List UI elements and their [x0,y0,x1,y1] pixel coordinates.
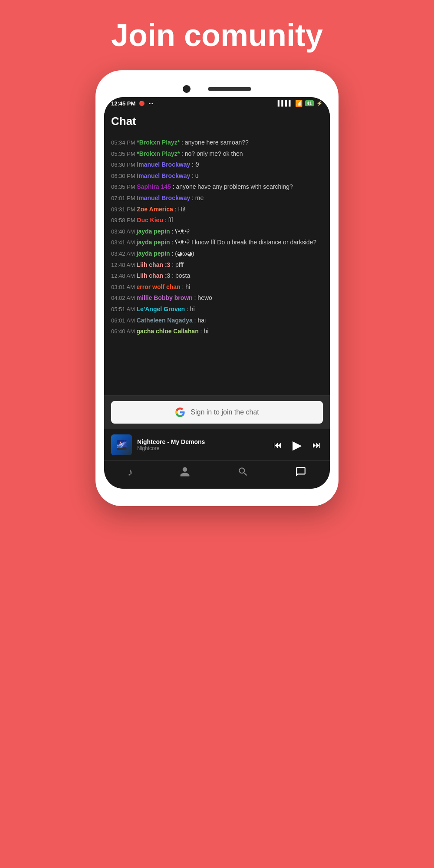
next-button[interactable]: ⏭ [311,438,323,452]
username: *Brokxn Playz* [137,139,180,146]
album-art-icon: 🌌 [116,440,127,450]
message-text: : no? only me? ok then [181,150,243,157]
phone-speaker [208,87,251,91]
list-item: 07:01 PM Imanuel Brockway : me [111,194,323,203]
list-item: 03:42 AM jayda pepin : (◕ω◕) [111,250,323,258]
message-text: : fff [165,217,173,224]
username: Imanuel Brockway [137,194,190,201]
list-item: 06:35 PM Saphira 145 : anyone have any p… [111,183,323,191]
username: jayda pepin [137,250,170,257]
message-text: : hi [201,328,209,335]
list-item: 05:35 PM *Brokxn Playz* : no? only me? o… [111,150,323,158]
status-time: 12:45 PM [111,100,135,107]
message-text: : hai [194,317,206,324]
signal-icon: ▌▌▌▌ [278,100,293,106]
bottom-nav: ♪ [104,460,330,489]
list-item: 09:58 PM Duc Kieu : fff [111,216,323,225]
message-text: : (◕ω◕) [171,250,194,257]
message-text: : ʕ•ᴥ•ʔ I know fff Do u break the distan… [171,239,316,246]
username: *Brokxn Playz* [137,150,180,157]
google-icon [175,407,185,418]
username: Liih chan :3 [137,261,171,268]
phone-camera [183,85,191,93]
play-button[interactable]: ▶ [291,436,304,454]
list-item: 03:41 AM jayda pepin : ʕ•ᴥ•ʔ I know fff … [111,238,323,247]
phone-screen: 12:45 PM 🔴 ··· ▌▌▌▌ 📶 41 ⚡ Chat 05:34 PM… [104,97,330,489]
status-dots: ··· [148,100,153,107]
list-item: 05:34 PM *Brokxn Playz* : anyone here sa… [111,138,323,147]
list-item: 09:31 PM Zoe America : Hi! [111,205,323,214]
chat-messages-area: 05:34 PM *Brokxn Playz* : anyone here sa… [104,135,330,395]
username: Zoe America [137,206,173,213]
album-art: 🌌 [111,434,132,455]
message-text: : anyone have any problems with searchin… [173,183,293,190]
player-controls: ⏮ ▶ ⏭ [272,436,323,454]
nav-item-chat[interactable] [295,466,306,480]
message-text: : hi [187,306,195,312]
username: gacha chloe Callahan [137,328,199,335]
status-left: 12:45 PM 🔴 ··· [111,100,153,107]
message-text: : Hi! [175,206,186,213]
page-title: Join comunity [111,17,323,53]
music-icon: ♪ [128,466,133,478]
battery-icon: 41 [305,100,314,106]
message-text: : pfff [172,261,184,268]
wifi-icon: 📶 [295,100,302,107]
now-playing-bar: 🌌 Nightcore - My Demons Nightcore ⏮ ▶ ⏭ [104,429,330,460]
message-text: : bosta [172,272,190,279]
sign-in-area: Sign in to join the chat [104,395,330,429]
track-name: Nightcore - My Demons [137,438,266,445]
phone-bottom-bezel [104,489,330,497]
username: Liih chan :3 [137,272,171,279]
track-artist: Nightcore [137,445,266,451]
list-item: 06:40 AM gacha chloe Callahan : hi [111,327,323,336]
profile-icon [179,466,191,480]
status-bar: 12:45 PM 🔴 ··· ▌▌▌▌ 📶 41 ⚡ [104,97,330,109]
chat-icon [295,466,306,480]
username: error wolf chan [137,283,181,290]
list-item: 05:51 AM Le'Angel Groven : hi [111,305,323,314]
nav-item-profile[interactable] [179,466,191,480]
username: Imanuel Brockway [137,172,190,179]
list-item: 03:40 AM jayda pepin : ʕ•ᴥ•ʔ [111,227,323,236]
list-item: 12:48 AM Liih chan :3 : pfff [111,261,323,270]
list-item: 06:30 PM Imanuel Brockway : υ [111,172,323,181]
message-text: : ʕ•ᴥ•ʔ [171,228,190,235]
phone-frame: 12:45 PM 🔴 ··· ▌▌▌▌ 📶 41 ⚡ Chat 05:34 PM… [95,70,339,506]
chat-title: Chat [111,115,323,128]
search-icon [237,466,249,480]
prev-button[interactable]: ⏮ [272,438,284,452]
sign-in-label: Sign in to join the chat [191,408,259,416]
list-item: 06:01 AM Catheleen Nagadya : hai [111,316,323,325]
phone-top-bezel [104,79,330,97]
username: Saphira 145 [137,183,171,190]
username: millie Bobby brown [137,294,193,301]
username: jayda pepin [137,228,170,235]
track-info: Nightcore - My Demons Nightcore [137,438,266,451]
list-item: 12:48 AM Liih chan :3 : bosta [111,272,323,280]
status-right: ▌▌▌▌ 📶 41 ⚡ [278,100,323,107]
message-text: : anyone here samoan?? [181,139,249,146]
list-item: 04:02 AM millie Bobby brown : hewo [111,294,323,302]
username: jayda pepin [137,239,170,246]
username: Duc Kieu [137,217,163,224]
username: Le'Angel Groven [137,306,185,312]
sign-in-button[interactable]: Sign in to join the chat [111,401,323,424]
message-text: : hewo [194,294,212,301]
username: Catheleen Nagadya [137,317,193,324]
list-item: 06:30 PM Imanuel Brockway : ϑ [111,161,323,169]
message-text: : hi [182,283,191,290]
nav-item-search[interactable] [237,466,249,480]
charging-icon: ⚡ [316,100,323,106]
chat-header: Chat [104,109,330,135]
message-text: : ϑ [192,161,199,168]
list-item: 03:01 AM error wolf chan : hi [111,283,323,292]
message-text: : υ [192,172,198,179]
status-app-icon: 🔴 [139,101,145,106]
username: Imanuel Brockway [137,161,190,168]
nav-item-music[interactable]: ♪ [128,466,133,480]
message-text: : me [192,194,204,201]
